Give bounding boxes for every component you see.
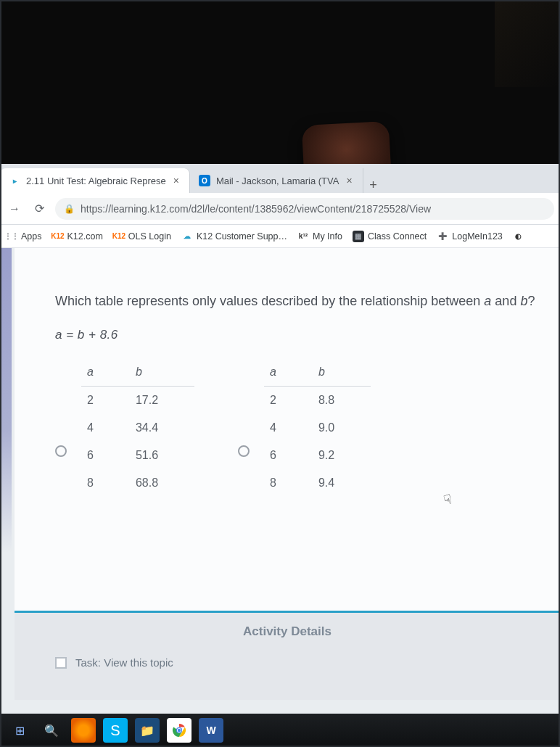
new-tab-button[interactable]: +: [363, 178, 384, 193]
background-wedge: [495, 0, 560, 87]
bezel: [0, 0, 560, 164]
taskbar-search[interactable]: 🔍: [39, 718, 64, 743]
bookmark-label-4: My Info: [313, 231, 342, 242]
cell-a: 2: [264, 386, 313, 414]
cell-a: 6: [264, 442, 313, 469]
bookmark-icon-5: ▦: [353, 231, 364, 242]
var-a: a: [484, 294, 491, 308]
bookmark-label-1: K12.com: [67, 231, 103, 242]
option-b: a b 28.849.069.289.4: [238, 363, 371, 497]
cell-a: 8: [81, 469, 130, 497]
cell-a: 2: [81, 386, 130, 414]
table-row: 217.2: [81, 386, 194, 414]
bookmark-6[interactable]: ➕LogMeIn123: [437, 231, 503, 242]
radio-a[interactable]: [55, 445, 67, 457]
activity-heading: Activity Details: [15, 624, 560, 639]
table-row: 28.8: [264, 386, 371, 414]
table-row: 49.0: [264, 414, 371, 442]
bookmark-icon-0: ⋮⋮: [6, 231, 17, 242]
content-sheet: Which table represents only values descr…: [15, 248, 560, 611]
question-post: ?: [527, 294, 535, 308]
cell-b: 68.8: [130, 469, 194, 497]
bookmark-label-3: K12 Customer Supp…: [197, 231, 287, 242]
bookmark-icon-1: K12: [52, 231, 64, 242]
var-b: b: [520, 294, 527, 308]
chrome-icon: [172, 723, 186, 738]
bookmark-icon-3: ☁: [181, 231, 193, 242]
bookmark-4[interactable]: k¹²My Info: [297, 231, 342, 242]
table-row: 651.6: [81, 442, 194, 469]
lock-icon: 🔒: [64, 204, 75, 214]
bookmark-icon-6: ➕: [437, 231, 448, 242]
page-viewport: Which table represents only values descr…: [0, 248, 560, 747]
col-b-header: b: [130, 363, 194, 387]
bookmarks-bar: ⋮⋮AppsK12K12.comK12OLS Login☁K12 Custome…: [0, 225, 560, 248]
tab-title-0: 2.11 Unit Test: Algebraic Represe: [26, 176, 166, 186]
cell-b: 34.4: [130, 414, 194, 442]
task-row: Task: View this topic: [55, 656, 560, 669]
taskbar-firefox[interactable]: [71, 718, 96, 743]
taskbar-word[interactable]: W: [199, 718, 223, 743]
bookmark-3[interactable]: ☁K12 Customer Supp…: [181, 231, 287, 242]
taskbar: ⊞ 🔍 S 📁 W: [0, 714, 560, 747]
tab-close-0[interactable]: ×: [172, 175, 181, 186]
table-row: 89.4: [264, 469, 371, 497]
tab-0[interactable]: ▸ 2.11 Unit Test: Algebraic Represe ×: [0, 168, 190, 193]
bookmark-label-6: LogMeIn123: [452, 231, 503, 242]
bookmark-label-5: Class Connect: [368, 231, 427, 242]
cell-b: 8.8: [313, 386, 371, 414]
bookmark-1[interactable]: K12K12.com: [52, 231, 103, 242]
bookmark-icon-4: k¹²: [297, 231, 309, 242]
bookmark-icon-2: K12: [113, 231, 125, 242]
bookmark-7[interactable]: ◐: [513, 231, 528, 242]
taskbar-skype[interactable]: S: [103, 718, 128, 743]
equation: a = b + 8.6: [55, 328, 547, 342]
bookmark-icon-7: ◐: [513, 231, 524, 242]
bookmark-0[interactable]: ⋮⋮Apps: [6, 231, 42, 242]
bookmark-5[interactable]: ▦Class Connect: [353, 231, 427, 242]
cell-b: 17.2: [130, 386, 194, 414]
url-text: https://learning.k12.com/d2l/le/content/…: [81, 203, 431, 215]
browser-chrome: ▸ 2.11 Unit Test: Algebraic Represe × O …: [0, 164, 560, 248]
table-b: a b 28.849.069.289.4: [264, 363, 371, 497]
cell-a: 8: [264, 469, 313, 497]
cell-a: 4: [264, 414, 313, 442]
col-a-header: a: [81, 363, 130, 387]
cell-b: 9.2: [313, 442, 371, 469]
radio-b[interactable]: [238, 445, 250, 457]
task-label: Task: View this topic: [75, 656, 173, 669]
cell-a: 4: [81, 414, 130, 442]
tab-strip: ▸ 2.11 Unit Test: Algebraic Represe × O …: [0, 164, 560, 193]
taskbar-file-manager[interactable]: 📁: [135, 718, 160, 743]
options-row: a b 217.2434.4651.6868.8 a b 28.849.069.…: [55, 363, 547, 497]
taskbar-chrome[interactable]: [167, 718, 192, 743]
col-a-header: a: [264, 363, 313, 387]
cell-b: 9.4: [313, 469, 371, 497]
address-bar: → ⟳ 🔒 https://learning.k12.com/d2l/le/co…: [0, 193, 560, 225]
question-pre: Which table represents only values descr…: [55, 294, 484, 308]
table-row: 868.8: [81, 469, 194, 497]
favicon-0: ▸: [9, 175, 20, 186]
side-accent: [0, 248, 12, 553]
table-row: 69.2: [264, 442, 371, 469]
start-button[interactable]: ⊞: [7, 718, 32, 743]
omnibox[interactable]: 🔒 https://learning.k12.com/d2l/le/conten…: [55, 198, 554, 220]
col-b-header: b: [313, 363, 371, 387]
favicon-1: O: [199, 175, 210, 186]
forward-button[interactable]: →: [6, 200, 23, 218]
question-mid: and: [491, 294, 520, 308]
reload-button[interactable]: ⟳: [30, 200, 48, 218]
svg-point-4: [178, 729, 181, 732]
tab-close-1[interactable]: ×: [345, 175, 353, 186]
tab-1[interactable]: O Mail - Jackson, Lamaria (TVA ×: [190, 168, 363, 193]
question-text: Which table represents only values descr…: [55, 292, 547, 312]
bookmark-2[interactable]: K12OLS Login: [113, 231, 171, 242]
cell-a: 6: [81, 442, 130, 469]
cell-b: 9.0: [313, 414, 371, 442]
bookmark-label-0: Apps: [21, 231, 42, 242]
task-checkbox[interactable]: [55, 657, 67, 669]
option-a: a b 217.2434.4651.6868.8: [55, 363, 194, 497]
activity-panel: Activity Details Task: View this topic: [15, 613, 560, 700]
table-a: a b 217.2434.4651.6868.8: [81, 363, 194, 497]
table-row: 434.4: [81, 414, 194, 442]
